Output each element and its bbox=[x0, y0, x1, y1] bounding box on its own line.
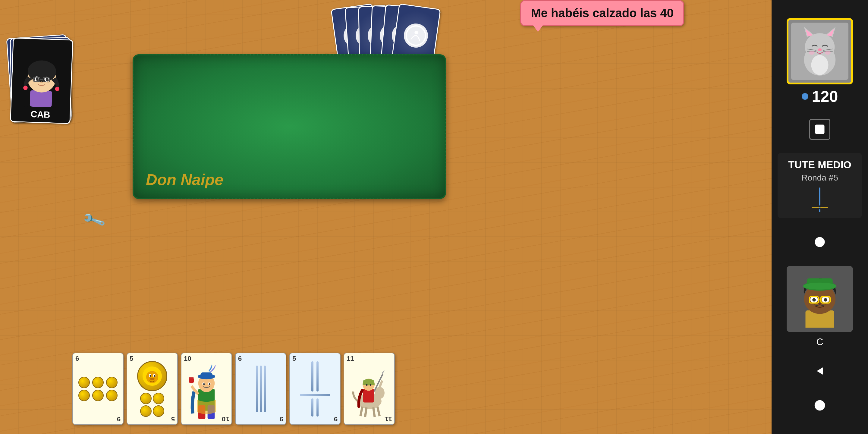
svg-point-63 bbox=[818, 49, 822, 52]
hand-card-5[interactable]: 5 9 bbox=[289, 352, 341, 425]
wrench-icon[interactable]: 🔧 bbox=[82, 208, 107, 233]
score-dot bbox=[802, 93, 808, 100]
svg-rect-71 bbox=[815, 125, 824, 133]
hand-card-3[interactable]: 10 10 bbox=[181, 352, 232, 425]
bottom-player-name: C bbox=[816, 336, 823, 347]
svg-point-20 bbox=[23, 86, 28, 90]
trump-sword-shaft bbox=[819, 187, 820, 206]
svg-point-70 bbox=[825, 51, 831, 55]
player-card-stack: CAB bbox=[9, 36, 75, 133]
hand-card-4[interactable]: 6 9 bbox=[235, 352, 286, 425]
left-player-area: CAB bbox=[9, 36, 75, 133]
green-table: Don Naipe bbox=[133, 54, 446, 199]
top-player-area: 120 bbox=[786, 18, 853, 105]
svg-point-47 bbox=[203, 383, 205, 385]
svg-point-69 bbox=[809, 51, 815, 55]
bottom-player-avatar bbox=[786, 266, 853, 332]
svg-point-96 bbox=[820, 405, 821, 407]
svg-rect-44 bbox=[201, 372, 212, 378]
svg-point-11 bbox=[414, 30, 418, 35]
svg-marker-88 bbox=[817, 367, 823, 375]
trump-suit bbox=[786, 187, 853, 212]
svg-point-87 bbox=[818, 302, 821, 305]
svg-point-36 bbox=[150, 378, 155, 380]
back-button[interactable] bbox=[809, 361, 830, 381]
gamepad-button[interactable] bbox=[809, 395, 830, 416]
circle-button[interactable] bbox=[809, 231, 830, 253]
speech-bubble: Me habéis calzado las 40 bbox=[520, 0, 684, 26]
svg-rect-55 bbox=[363, 389, 374, 402]
svg-point-72 bbox=[815, 238, 824, 247]
cab-avatar-svg bbox=[13, 46, 70, 108]
stacked-card-avatar: CAB bbox=[10, 38, 73, 124]
svg-point-59 bbox=[370, 384, 371, 386]
svg-line-52 bbox=[365, 407, 367, 417]
top-player-avatar bbox=[786, 18, 853, 84]
table-name: Don Naipe bbox=[146, 170, 223, 189]
right-sidebar: 120 TUTE MEDIO Ronda #5 bbox=[772, 0, 868, 434]
square-button[interactable] bbox=[809, 119, 830, 140]
svg-point-86 bbox=[824, 298, 827, 301]
player-hand: 6 9 5 5 bbox=[72, 352, 395, 425]
hand-card-2[interactable]: 5 5 bbox=[127, 352, 178, 425]
svg-point-79 bbox=[803, 282, 836, 289]
bottom-player-area: C bbox=[786, 266, 853, 347]
hand-card-1[interactable]: 6 9 bbox=[72, 352, 124, 425]
svg-line-54 bbox=[377, 407, 379, 416]
svg-point-58 bbox=[366, 384, 367, 386]
svg-point-68 bbox=[811, 55, 829, 75]
top-player-score: 120 bbox=[812, 87, 838, 105]
svg-point-48 bbox=[209, 383, 210, 385]
svg-line-53 bbox=[373, 407, 375, 417]
svg-point-31 bbox=[146, 371, 158, 383]
svg-point-21 bbox=[55, 87, 59, 91]
game-title: TUTE MEDIO bbox=[786, 159, 853, 170]
svg-point-34 bbox=[150, 375, 151, 377]
svg-point-85 bbox=[812, 298, 815, 301]
game-area: Me habéis calzado las 40 bbox=[0, 0, 772, 434]
svg-rect-41 bbox=[189, 377, 194, 378]
svg-rect-16 bbox=[30, 90, 53, 107]
sidebar-score: 120 bbox=[802, 87, 838, 105]
round-label: Ronda #5 bbox=[786, 173, 853, 183]
svg-line-51 bbox=[361, 407, 362, 416]
left-player-name: CAB bbox=[30, 109, 50, 120]
game-info-box: TUTE MEDIO Ronda #5 bbox=[778, 153, 862, 218]
hand-card-6[interactable]: 11 11 bbox=[344, 352, 395, 425]
svg-point-35 bbox=[154, 375, 156, 377]
